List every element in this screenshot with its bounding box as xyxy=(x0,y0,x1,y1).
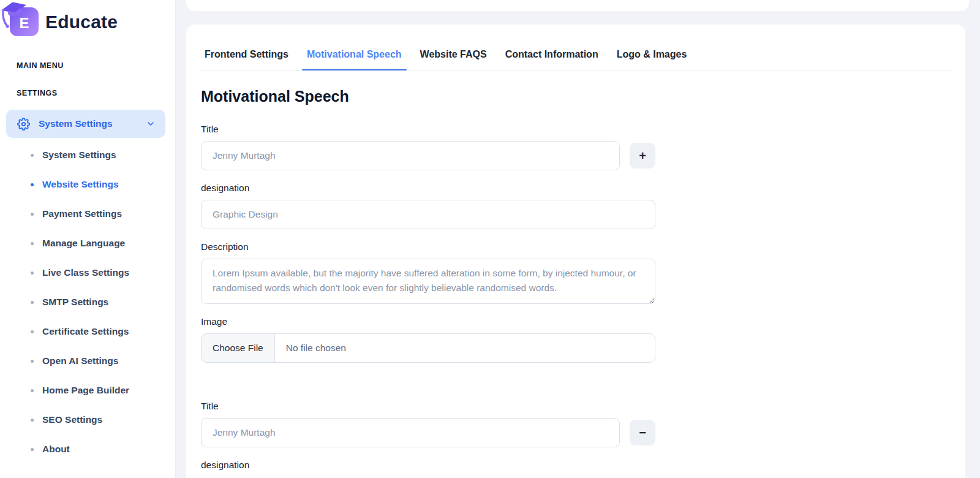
bullet-icon xyxy=(31,242,34,245)
bullet-icon xyxy=(31,360,34,363)
sidebar: E Educate MAIN MENU SETTINGS System Sett… xyxy=(0,0,176,478)
sidebar-item-manage-language[interactable]: Manage Language xyxy=(0,229,175,258)
sidebar-item-payment-settings[interactable]: Payment Settings xyxy=(0,199,175,229)
designation-label: designation xyxy=(201,183,655,194)
tab-contact-information[interactable]: Contact Information xyxy=(502,47,602,70)
description-label: Description xyxy=(201,241,655,252)
title-field-group-2: Title − xyxy=(201,401,655,447)
sidebar-section-main-menu: MAIN MENU xyxy=(0,61,175,70)
bullet-icon xyxy=(31,419,34,422)
sidebar-item-seo-settings[interactable]: SEO Settings xyxy=(0,405,175,434)
brand-logo[interactable]: E Educate xyxy=(0,0,175,36)
image-label: Image xyxy=(201,316,655,327)
sidebar-item-about[interactable]: About xyxy=(0,434,175,464)
bullet-icon xyxy=(31,271,34,275)
educate-logo-icon: E xyxy=(10,7,39,36)
settings-card: Frontend Settings Motivational Speech We… xyxy=(186,25,965,478)
brand-name: Educate xyxy=(45,12,118,32)
bullet-icon xyxy=(31,330,34,333)
tab-logo-images[interactable]: Logo & Images xyxy=(613,47,691,70)
choose-file-button[interactable]: Choose File xyxy=(202,334,275,362)
title-field-group-1: Title + xyxy=(201,124,655,170)
sidebar-item-live-class-settings[interactable]: Live Class Settings xyxy=(0,258,175,287)
sidebar-parent-label: System Settings xyxy=(39,118,113,129)
sidebar-item-home-page-builder[interactable]: Home Page Builder xyxy=(0,376,175,405)
speech-group-2: Title − designation xyxy=(201,401,655,471)
bullet-icon xyxy=(31,389,34,392)
tab-website-faqs[interactable]: Website FAQS xyxy=(417,47,491,70)
sidebar-item-certificate-settings[interactable]: Certificate Settings xyxy=(0,317,175,346)
bullet-icon xyxy=(31,448,34,451)
sidebar-section-settings: SETTINGS xyxy=(0,89,175,97)
gear-icon xyxy=(17,118,30,131)
sidebar-item-open-ai-settings[interactable]: Open AI Settings xyxy=(0,346,175,376)
motivational-speech-form: Title + designation Description Image xyxy=(201,124,655,471)
settings-tabs: Frontend Settings Motivational Speech We… xyxy=(201,25,951,70)
tab-frontend-settings[interactable]: Frontend Settings xyxy=(201,47,292,70)
sidebar-item-system-settings-parent[interactable]: System Settings xyxy=(6,110,165,138)
tab-motivational-speech[interactable]: Motivational Speech xyxy=(303,47,405,70)
bullet-icon xyxy=(31,301,34,304)
designation-field-group-2: designation xyxy=(201,460,655,471)
image-field-group-1: Image Choose File No file chosen xyxy=(201,316,655,363)
sidebar-submenu: System Settings Website Settings Payment… xyxy=(0,140,175,464)
title-label: Title xyxy=(201,124,655,135)
description-field-group-1: Description xyxy=(201,241,655,304)
title-input[interactable] xyxy=(201,418,620,447)
sidebar-item-website-settings[interactable]: Website Settings xyxy=(0,170,175,199)
description-textarea[interactable] xyxy=(201,259,655,304)
page-title: Motivational Speech xyxy=(201,88,951,105)
add-row-button[interactable]: + xyxy=(630,143,655,169)
chevron-down-icon xyxy=(146,119,156,129)
main-content: Frontend Settings Motivational Speech We… xyxy=(176,0,980,478)
designation-input[interactable] xyxy=(201,200,655,229)
speech-group-1: Title + designation Description Image xyxy=(201,124,655,363)
logo-letter: E xyxy=(19,15,29,32)
designation-field-group-1: designation xyxy=(201,183,655,229)
remove-row-button[interactable]: − xyxy=(630,420,655,446)
title-label: Title xyxy=(201,401,655,412)
sidebar-item-system-settings[interactable]: System Settings xyxy=(0,140,175,170)
file-status-text: No file chosen xyxy=(286,343,346,354)
bullet-icon xyxy=(31,213,34,216)
bullet-icon xyxy=(31,154,34,157)
bullet-icon xyxy=(31,183,34,186)
title-input[interactable] xyxy=(201,141,620,170)
sidebar-item-smtp-settings[interactable]: SMTP Settings xyxy=(0,287,175,317)
top-bar-remnant xyxy=(186,0,969,11)
image-file-input[interactable]: Choose File No file chosen xyxy=(201,333,655,363)
designation-label: designation xyxy=(201,460,655,471)
